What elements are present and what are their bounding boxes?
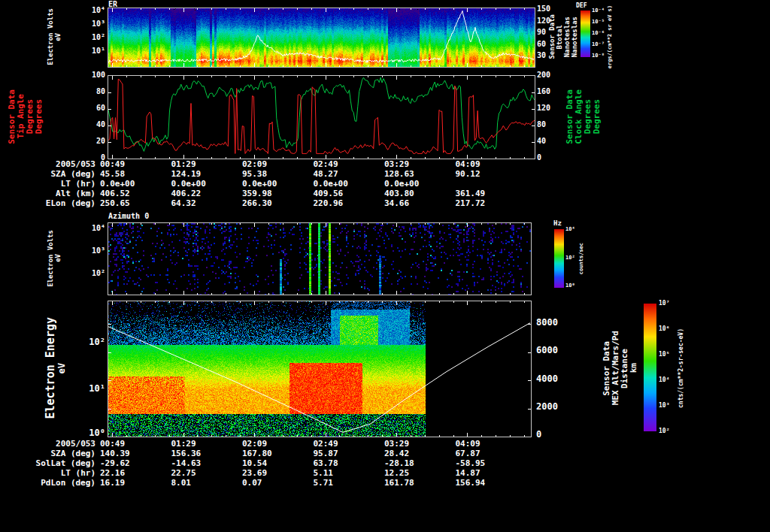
axis-tick-label: 10³ — [75, 20, 105, 28]
panel2-angles-canvas — [108, 75, 535, 159]
ephemeris-value: -14.63 — [171, 458, 202, 468]
ephemeris-row-label: LT (hr) — [0, 179, 95, 189]
ephemeris-value: 361.49 — [456, 189, 486, 198]
ephemeris-value: 5.11 — [314, 468, 334, 478]
ephemeris-value: 403.80 — [384, 189, 414, 198]
axis-tick-label: 10⁻⁴ — [592, 8, 613, 14]
axis-tick-label: 20 — [75, 138, 105, 145]
axis-tick-label: 60 — [75, 104, 105, 112]
axis-label-line: Sensor Data — [8, 89, 17, 144]
ephemeris-value: 217.72 — [456, 198, 486, 208]
ephemeris-value: 140.39 — [100, 449, 130, 458]
ephemeris-value: 10.54 — [242, 458, 267, 468]
ephemeris-value: 64.32 — [171, 198, 196, 208]
ephemeris-value: 03:29 — [384, 159, 409, 169]
panel3-title: Azimuth 0 — [108, 212, 149, 220]
def-colorbar — [581, 11, 590, 57]
axis-tick-label: 10⁴ — [659, 377, 680, 383]
ephemeris-value: 23.69 — [242, 468, 267, 478]
axis-tick-label: 10⁶ — [659, 326, 680, 332]
flux-colorbar-units-label: cnts/(cm**2-sr-sec-eV) — [676, 307, 687, 430]
axis-tick-label: 10² — [565, 255, 584, 261]
ephemeris-value: -28.18 — [384, 458, 414, 468]
axis-tick-label: 160 — [537, 88, 562, 95]
axis-tick-label: 60 — [537, 41, 559, 48]
axis-tick-label: 40 — [75, 121, 105, 128]
spectrogram-display: ER DEF Azimuth 0 Hz Electron Volts eV Se… — [0, 0, 770, 532]
panel3-y-axis-label: Electron Volts eV — [45, 222, 65, 294]
ephemeris-value: 04:09 — [456, 159, 480, 169]
axis-tick-label: 80 — [75, 88, 105, 95]
axis-tick-label: 10¹ — [72, 384, 105, 393]
axis-tick-label: 6000 — [536, 346, 569, 355]
axis-tick-label: 0 — [536, 430, 569, 439]
ephemeris-value: 14.87 — [456, 468, 480, 478]
ephemeris-value: 124.19 — [171, 169, 202, 179]
axis-tick-label: 120 — [537, 17, 559, 25]
ephemeris-value: 01:29 — [171, 439, 196, 449]
ephemeris-value: 00:49 — [100, 159, 125, 169]
ephemeris-value: 0.07 — [242, 478, 262, 488]
hz-colorbar — [554, 229, 564, 288]
axis-tick-label: 10⁴ — [75, 225, 105, 232]
axis-tick-label: 200 — [537, 71, 562, 79]
ephemeris-value: 04:09 — [456, 439, 480, 449]
axis-tick-label: 10³ — [75, 247, 105, 255]
ephemeris-row-label: Alt (km) — [0, 189, 95, 198]
ephemeris-value: 220.96 — [314, 198, 344, 208]
ephemeris-value: 01:29 — [171, 159, 196, 169]
ephemeris-value: 266.30 — [242, 198, 272, 208]
ephemeris-value: 02:09 — [242, 439, 267, 449]
ephemeris-value: 95.38 — [242, 169, 267, 179]
ephemeris-value: 00:49 — [100, 439, 125, 449]
axis-tick-label: 10⁻⁶ — [592, 31, 613, 36]
ephemeris-value: 8.01 — [171, 478, 192, 488]
ephemeris-value: 0.0e+00 — [242, 179, 277, 189]
ephemeris-value: 90.12 — [456, 169, 480, 179]
axis-tick-label: 30 — [537, 52, 559, 59]
ephemeris-value: 5.71 — [314, 478, 334, 488]
axis-label-line: eV — [55, 33, 62, 41]
panel1-y-axis-label: Electron Volts eV — [45, 8, 65, 66]
ephemeris-row-label: ELon (deg) — [0, 198, 95, 208]
ephemeris-row-label: LT (hr) — [0, 468, 95, 478]
axis-tick-label: 10⁴ — [75, 7, 105, 14]
axis-tick-label: 10⁴ — [565, 227, 584, 232]
ephemeris-value: 28.42 — [384, 449, 409, 458]
ephemeris-value: 48.27 — [314, 169, 338, 179]
ephemeris-value: 250.65 — [100, 198, 130, 208]
ephemeris-value: 22.75 — [171, 468, 196, 478]
axis-tick-label: 10⁻⁸ — [592, 53, 613, 59]
axis-tick-label: 10⁵ — [659, 352, 680, 358]
ephemeris-value: 02:09 — [242, 159, 267, 169]
axis-tick-label: 40 — [537, 138, 562, 145]
panel4-spectrogram-canvas — [108, 301, 532, 437]
ephemeris-value: 45.58 — [100, 169, 125, 179]
axis-tick-label: 8000 — [536, 318, 569, 327]
ephemeris-value: 22.16 — [100, 468, 125, 478]
axis-tick-label: 120 — [537, 104, 562, 112]
ephemeris-value: 0.0e+00 — [384, 179, 419, 189]
ephemeris-value: 03:29 — [384, 439, 409, 449]
axis-label-line: eV — [57, 363, 67, 373]
flux-colorbar — [644, 304, 656, 431]
axis-label-line: cnts/(cm**2-sr-sec-eV) — [678, 328, 685, 408]
axis-tick-label: 10⁰ — [565, 283, 584, 289]
ephemeris-value: 406.52 — [100, 189, 130, 198]
ephemeris-row-label: 2005/053 — [0, 159, 95, 169]
ephemeris-value: 02:49 — [314, 159, 338, 169]
ephemeris-value: 02:49 — [314, 439, 338, 449]
axis-tick-label: 10⁻⁷ — [592, 42, 613, 47]
axis-tick-label: 90 — [537, 29, 559, 36]
axis-tick-label: 10² — [72, 337, 105, 346]
axis-tick-label: 80 — [537, 121, 562, 128]
axis-tick-label: 10¹ — [75, 47, 105, 55]
axis-tick-label: 4000 — [536, 374, 569, 383]
axis-label-line: km — [629, 363, 638, 373]
axis-tick-label: 150 — [537, 5, 559, 13]
ephemeris-row-label: SolLat (deg) — [0, 458, 95, 468]
axis-label-line: ergs/(cm**2 sr eV s) — [608, 5, 614, 68]
ephemeris-value: 128.63 — [384, 169, 414, 179]
ephemeris-row-label: PdLon (deg) — [0, 478, 95, 488]
ephemeris-value: 63.78 — [314, 458, 338, 468]
